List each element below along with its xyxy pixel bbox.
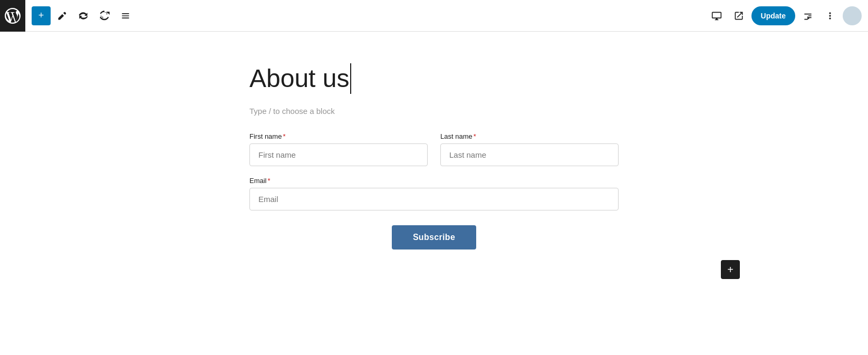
more-options-icon — [825, 11, 835, 21]
add-block-button[interactable]: + — [32, 6, 51, 25]
editor-area: About us Type / to choose a block First … — [0, 32, 868, 355]
list-view-icon — [120, 11, 131, 21]
last-name-input[interactable] — [440, 143, 619, 166]
subscription-form: First name* Last name* Email* — [249, 132, 619, 250]
avatar[interactable] — [843, 6, 862, 25]
email-field: Email* — [249, 177, 619, 210]
email-input[interactable] — [249, 188, 619, 210]
bottom-add-block-button[interactable]: + — [721, 260, 740, 279]
page-title[interactable]: About us — [249, 63, 351, 94]
list-view-button[interactable] — [116, 6, 135, 25]
last-name-label: Last name* — [440, 132, 619, 140]
email-row: Email* — [249, 177, 619, 210]
view-page-button[interactable] — [729, 6, 748, 25]
subscribe-button[interactable]: Subscribe — [392, 225, 476, 250]
external-link-icon — [734, 11, 744, 21]
preview-device-button[interactable] — [707, 6, 726, 25]
bottom-add-area: + — [118, 250, 750, 279]
block-hint: Type / to choose a block — [249, 107, 619, 116]
toolbar: + — [0, 0, 868, 32]
name-row: First name* Last name* — [249, 132, 619, 166]
device-preview-icon — [711, 11, 722, 21]
more-options-button[interactable] — [821, 6, 840, 25]
redo-icon — [99, 11, 110, 21]
wp-logo-icon — [5, 8, 21, 24]
last-name-field: Last name* — [440, 132, 619, 166]
first-name-field: First name* — [249, 132, 428, 166]
undo-button[interactable] — [74, 6, 93, 25]
toolbar-right: Update — [707, 6, 862, 25]
edit-button[interactable] — [53, 6, 72, 25]
settings-panel-button[interactable] — [798, 6, 817, 25]
settings-panel-icon — [803, 11, 813, 21]
pencil-icon — [57, 11, 67, 21]
update-button[interactable]: Update — [751, 6, 795, 25]
first-name-label: First name* — [249, 132, 428, 140]
redo-button[interactable] — [95, 6, 114, 25]
first-name-input[interactable] — [249, 143, 428, 166]
wp-logo[interactable] — [0, 0, 25, 32]
undo-icon — [78, 11, 89, 21]
email-label: Email* — [249, 177, 619, 185]
editor-content: About us Type / to choose a block First … — [239, 63, 629, 250]
